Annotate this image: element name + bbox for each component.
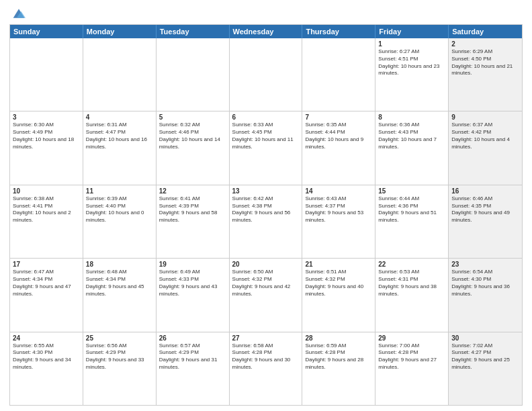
calendar-row: 24Sunrise: 6:55 AMSunset: 4:30 PMDayligh…	[10, 332, 522, 405]
weekday-header: Thursday	[302, 25, 375, 38]
cell-info: Sunrise: 6:33 AMSunset: 4:45 PMDaylight:…	[232, 122, 300, 150]
calendar: SundayMondayTuesdayWednesdayThursdayFrid…	[9, 24, 523, 406]
day-number: 23	[451, 261, 519, 268]
cell-info: Sunrise: 6:47 AMSunset: 4:34 PMDaylight:…	[13, 269, 80, 298]
day-number: 7	[305, 113, 372, 121]
calendar-cell-1: 1Sunrise: 6:27 AMSunset: 4:51 PMDaylight…	[375, 38, 449, 111]
cell-info: Sunrise: 6:58 AMSunset: 4:28 PMDaylight:…	[232, 342, 300, 371]
calendar-cell-empty	[302, 38, 375, 111]
cell-info: Sunrise: 6:37 AMSunset: 4:42 PMDaylight:…	[451, 122, 519, 150]
calendar-cell-9: 9Sunrise: 6:37 AMSunset: 4:42 PMDaylight…	[449, 111, 522, 184]
calendar-cell-26: 26Sunrise: 6:57 AMSunset: 4:29 PMDayligh…	[157, 332, 230, 405]
cell-info: Sunrise: 6:56 AMSunset: 4:29 PMDaylight:…	[86, 342, 153, 371]
calendar-row: 3Sunrise: 6:30 AMSunset: 4:49 PMDaylight…	[10, 111, 522, 185]
day-number: 6	[232, 113, 300, 121]
cell-info: Sunrise: 7:02 AMSunset: 4:27 PMDaylight:…	[451, 342, 519, 371]
calendar-cell-empty	[83, 38, 157, 111]
weekday-header: Tuesday	[157, 25, 230, 38]
calendar-cell-3: 3Sunrise: 6:30 AMSunset: 4:49 PMDaylight…	[10, 111, 83, 184]
calendar-cell-6: 6Sunrise: 6:33 AMSunset: 4:45 PMDaylight…	[230, 111, 303, 184]
day-number: 19	[159, 261, 226, 268]
cell-info: Sunrise: 6:51 AMSunset: 4:32 PMDaylight:…	[305, 269, 372, 298]
calendar-cell-25: 25Sunrise: 6:56 AMSunset: 4:29 PMDayligh…	[83, 332, 157, 405]
cell-info: Sunrise: 6:36 AMSunset: 4:43 PMDaylight:…	[378, 122, 445, 150]
day-number: 11	[86, 187, 153, 195]
calendar-cell-21: 21Sunrise: 6:51 AMSunset: 4:32 PMDayligh…	[302, 259, 375, 331]
calendar-cell-2: 2Sunrise: 6:29 AMSunset: 4:50 PMDaylight…	[449, 38, 522, 111]
day-number: 14	[305, 187, 372, 195]
weekday-header: Wednesday	[230, 25, 303, 38]
weekday-header: Saturday	[449, 25, 522, 38]
day-number: 16	[451, 187, 519, 195]
calendar-cell-30: 30Sunrise: 7:02 AMSunset: 4:27 PMDayligh…	[449, 332, 522, 405]
cell-info: Sunrise: 6:31 AMSunset: 4:47 PMDaylight:…	[86, 122, 153, 150]
day-number: 13	[232, 187, 300, 195]
weekday-header: Monday	[83, 25, 157, 38]
cell-info: Sunrise: 6:44 AMSunset: 4:36 PMDaylight:…	[378, 195, 445, 224]
calendar-cell-11: 11Sunrise: 6:39 AMSunset: 4:40 PMDayligh…	[83, 185, 157, 258]
calendar-row: 17Sunrise: 6:47 AMSunset: 4:34 PMDayligh…	[10, 259, 522, 332]
calendar-body: 1Sunrise: 6:27 AMSunset: 4:51 PMDaylight…	[10, 38, 522, 405]
day-number: 9	[451, 113, 519, 121]
calendar-cell-24: 24Sunrise: 6:55 AMSunset: 4:30 PMDayligh…	[10, 332, 83, 405]
cell-info: Sunrise: 7:00 AMSunset: 4:28 PMDaylight:…	[378, 342, 445, 371]
day-number: 20	[232, 261, 300, 268]
calendar-cell-20: 20Sunrise: 6:50 AMSunset: 4:32 PMDayligh…	[230, 259, 303, 331]
cell-info: Sunrise: 6:27 AMSunset: 4:51 PMDaylight:…	[378, 48, 445, 77]
logo-icon	[12, 7, 26, 20]
cell-info: Sunrise: 6:46 AMSunset: 4:35 PMDaylight:…	[451, 195, 519, 224]
day-number: 24	[13, 334, 80, 342]
day-number: 29	[378, 334, 445, 342]
calendar-cell-28: 28Sunrise: 6:59 AMSunset: 4:28 PMDayligh…	[302, 332, 375, 405]
calendar-cell-22: 22Sunrise: 6:53 AMSunset: 4:31 PMDayligh…	[375, 259, 449, 331]
calendar-cell-16: 16Sunrise: 6:46 AMSunset: 4:35 PMDayligh…	[449, 185, 522, 258]
calendar-cell-23: 23Sunrise: 6:54 AMSunset: 4:30 PMDayligh…	[449, 259, 522, 331]
calendar-cell-27: 27Sunrise: 6:58 AMSunset: 4:28 PMDayligh…	[230, 332, 303, 405]
calendar-cell-5: 5Sunrise: 6:32 AMSunset: 4:46 PMDaylight…	[157, 111, 230, 184]
day-number: 12	[159, 187, 226, 195]
day-number: 1	[378, 40, 445, 48]
day-number: 8	[378, 113, 445, 121]
calendar-row: 10Sunrise: 6:38 AMSunset: 4:41 PMDayligh…	[10, 185, 522, 259]
day-number: 4	[86, 113, 153, 121]
day-number: 18	[86, 261, 153, 268]
cell-info: Sunrise: 6:50 AMSunset: 4:32 PMDaylight:…	[232, 269, 300, 298]
cell-info: Sunrise: 6:38 AMSunset: 4:41 PMDaylight:…	[13, 195, 80, 224]
calendar-header: SundayMondayTuesdayWednesdayThursdayFrid…	[10, 25, 522, 38]
calendar-cell-17: 17Sunrise: 6:47 AMSunset: 4:34 PMDayligh…	[10, 259, 83, 331]
cell-info: Sunrise: 6:53 AMSunset: 4:31 PMDaylight:…	[378, 269, 445, 298]
cell-info: Sunrise: 6:30 AMSunset: 4:49 PMDaylight:…	[13, 122, 80, 150]
cell-info: Sunrise: 6:57 AMSunset: 4:29 PMDaylight:…	[159, 342, 226, 371]
calendar-cell-14: 14Sunrise: 6:43 AMSunset: 4:37 PMDayligh…	[302, 185, 375, 258]
calendar-cell-empty	[157, 38, 230, 111]
calendar-cell-empty	[230, 38, 303, 111]
cell-info: Sunrise: 6:32 AMSunset: 4:46 PMDaylight:…	[159, 122, 226, 150]
calendar-cell-empty	[10, 38, 83, 111]
page: SundayMondayTuesdayWednesdayThursdayFrid…	[0, 0, 532, 411]
day-number: 28	[305, 334, 372, 342]
day-number: 22	[378, 261, 445, 268]
day-number: 30	[451, 334, 519, 342]
cell-info: Sunrise: 6:35 AMSunset: 4:44 PMDaylight:…	[305, 122, 372, 150]
day-number: 27	[232, 334, 300, 342]
cell-info: Sunrise: 6:48 AMSunset: 4:34 PMDaylight:…	[86, 269, 153, 298]
cell-info: Sunrise: 6:55 AMSunset: 4:30 PMDaylight:…	[13, 342, 80, 371]
calendar-cell-29: 29Sunrise: 7:00 AMSunset: 4:28 PMDayligh…	[375, 332, 449, 405]
calendar-cell-18: 18Sunrise: 6:48 AMSunset: 4:34 PMDayligh…	[83, 259, 157, 331]
calendar-row: 1Sunrise: 6:27 AMSunset: 4:51 PMDaylight…	[10, 38, 522, 111]
calendar-cell-12: 12Sunrise: 6:41 AMSunset: 4:39 PMDayligh…	[157, 185, 230, 258]
day-number: 17	[13, 261, 80, 268]
calendar-cell-15: 15Sunrise: 6:44 AMSunset: 4:36 PMDayligh…	[375, 185, 449, 258]
day-number: 21	[305, 261, 372, 268]
cell-info: Sunrise: 6:42 AMSunset: 4:38 PMDaylight:…	[232, 195, 300, 224]
day-number: 10	[13, 187, 80, 195]
calendar-cell-19: 19Sunrise: 6:49 AMSunset: 4:33 PMDayligh…	[157, 259, 230, 331]
weekday-header: Friday	[375, 25, 449, 38]
day-number: 5	[159, 113, 226, 121]
day-number: 26	[159, 334, 226, 342]
day-number: 3	[13, 113, 80, 121]
calendar-cell-13: 13Sunrise: 6:42 AMSunset: 4:38 PMDayligh…	[230, 185, 303, 258]
cell-info: Sunrise: 6:54 AMSunset: 4:30 PMDaylight:…	[451, 269, 519, 298]
cell-info: Sunrise: 6:43 AMSunset: 4:37 PMDaylight:…	[305, 195, 372, 224]
cell-info: Sunrise: 6:39 AMSunset: 4:40 PMDaylight:…	[86, 195, 153, 224]
